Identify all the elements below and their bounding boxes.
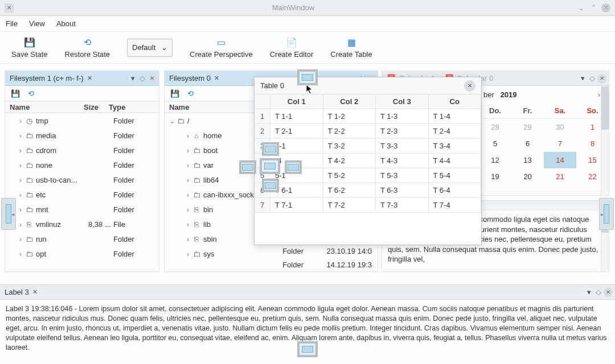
tab-menu-icon[interactable]: ▾ — [585, 288, 593, 296]
dock-target-bottom[interactable] — [297, 341, 318, 357]
create-perspective-button[interactable]: ▭ Create Perspective — [190, 37, 253, 59]
close-pane-icon[interactable]: ✕ — [604, 288, 613, 297]
expand-icon[interactable]: › — [17, 117, 24, 125]
save-state-button[interactable]: 💾 Save State — [11, 37, 48, 59]
restore-state-button[interactable]: ⟲ Restore State — [65, 37, 110, 59]
expand-icon[interactable]: › — [17, 176, 24, 184]
table-row-header[interactable]: 2 — [255, 124, 270, 139]
create-table-button[interactable]: ▦ Create Table — [330, 37, 372, 59]
close-tab-icon[interactable]: ✕ — [214, 75, 219, 82]
save-icon[interactable]: 💾 — [170, 89, 179, 98]
table-header-cell[interactable]: Col 1 — [270, 94, 323, 109]
tree-row[interactable]: ›🗀noneFolder — [5, 158, 159, 172]
expand-icon[interactable]: › — [17, 235, 24, 243]
tree-row[interactable]: ›🗀cdromFolder — [5, 143, 159, 158]
tree-row[interactable]: ›🗀mntFolder — [5, 202, 159, 217]
maximize-icon[interactable]: ⌃ — [589, 3, 598, 13]
table-cell[interactable]: T 5-3 — [376, 168, 429, 183]
expand-icon[interactable]: › — [17, 131, 24, 140]
save-icon[interactable]: 💾 — [11, 89, 20, 98]
window-menu-icon[interactable]: ✕ — [5, 3, 14, 13]
tab-filesystem-0[interactable]: Filesystem 0 ✕ — [165, 71, 224, 85]
expand-icon[interactable]: › — [17, 205, 24, 214]
menu-file[interactable]: File — [6, 19, 18, 28]
expand-icon[interactable]: › — [17, 146, 24, 155]
collapse-icon[interactable]: ⌄ — [168, 117, 176, 125]
table-row-header[interactable]: 7 — [255, 198, 270, 213]
table-cell[interactable]: T 1-1 — [270, 109, 323, 124]
table-header-cell[interactable]: Col 2 — [323, 94, 376, 109]
table-cell[interactable]: T 3-4 — [429, 139, 482, 154]
close-pane-icon[interactable]: ✕ — [597, 74, 606, 83]
table-cell[interactable]: T 1-2 — [323, 109, 376, 124]
pin-icon[interactable]: ◇ — [587, 74, 597, 82]
scrollbar[interactable] — [601, 86, 609, 195]
create-editor-button[interactable]: 📄 Create Editor — [270, 37, 314, 59]
table-cell[interactable]: T 5-2 — [323, 168, 376, 183]
calendar-day[interactable]: 29 — [511, 119, 544, 135]
tree-row[interactable]: ›⎘vmlinuz8,38 ...File — [5, 217, 159, 231]
table-cell[interactable]: T 7-1 — [270, 198, 323, 213]
expand-icon[interactable]: › — [184, 220, 192, 229]
expand-icon[interactable]: › — [184, 161, 192, 169]
calendar-day[interactable]: 14 — [544, 152, 576, 168]
calendar-day[interactable]: 21 — [544, 168, 576, 185]
dock-side-handle-left[interactable]: ◂ — [1, 198, 16, 230]
table-cell[interactable]: T 4-2 — [323, 154, 376, 168]
menu-view[interactable]: View — [29, 19, 45, 28]
close-tab-icon[interactable]: ✕ — [87, 75, 92, 82]
table-cell[interactable]: T 3-3 — [376, 139, 429, 154]
tab-filesystem-1[interactable]: Filesystem 1 (c+ m- f-) ✕ — [5, 71, 97, 85]
table-cell[interactable]: T 5-4 — [429, 168, 482, 183]
tree-row[interactable]: ›🗀optFolder — [5, 246, 159, 261]
tree-row[interactable]: ›◷tmpFolder — [5, 113, 159, 128]
dock-side-handle-right[interactable]: ▸ — [599, 198, 614, 230]
table-header-cell[interactable]: Col 3 — [376, 94, 429, 109]
table-cell[interactable]: T 6-3 — [376, 183, 429, 198]
table-cell[interactable]: T 2-2 — [323, 124, 376, 139]
calendar-day[interactable]: 7 — [544, 135, 576, 152]
calendar-day[interactable]: 19 — [479, 168, 511, 185]
history-icon[interactable]: ⟲ — [28, 89, 34, 98]
close-pane-icon[interactable]: ✕ — [147, 74, 157, 83]
table-row-header[interactable]: 1 — [255, 109, 270, 124]
tab-menu-icon[interactable]: ▾ — [129, 74, 137, 82]
table-cell[interactable]: T 4-4 — [429, 154, 482, 168]
calendar-day[interactable]: 13 — [511, 152, 544, 168]
expand-icon[interactable]: › — [17, 161, 24, 169]
table-cell[interactable]: T 1-4 — [429, 109, 482, 124]
expand-icon[interactable]: › — [184, 146, 192, 155]
table-cell[interactable]: T 2-3 — [376, 124, 429, 139]
table-header-cell[interactable]: Co — [429, 94, 482, 109]
expand-icon[interactable]: › — [184, 191, 192, 199]
table-cell[interactable]: T 2-1 — [270, 124, 323, 139]
pin-icon[interactable]: ◇ — [137, 74, 147, 82]
expand-icon[interactable]: › — [17, 191, 24, 199]
expand-icon[interactable]: › — [17, 220, 24, 229]
expand-icon[interactable]: › — [184, 176, 192, 184]
table-cell[interactable]: T 7-4 — [429, 198, 482, 213]
expand-icon[interactable]: › — [184, 131, 192, 140]
tab-menu-icon[interactable]: ▾ — [579, 74, 587, 82]
expand-icon[interactable]: › — [184, 235, 192, 243]
popup-titlebar[interactable]: Table 0 ✕ — [255, 77, 481, 94]
minimize-icon[interactable]: ⌄ — [576, 3, 585, 13]
calendar-day[interactable]: 12 — [479, 152, 511, 168]
expand-icon[interactable]: › — [184, 205, 192, 214]
tab-label-3[interactable]: Label 3 ✕ — [0, 285, 42, 299]
table-cell[interactable]: T 2-4 — [429, 124, 482, 139]
calendar-day[interactable]: 30 — [544, 119, 576, 135]
calendar-day[interactable]: 28 — [479, 119, 511, 135]
table-cell[interactable]: T 1-3 — [376, 109, 429, 124]
close-icon[interactable]: ✕ — [601, 3, 610, 13]
expand-icon[interactable]: › — [17, 250, 24, 258]
table-header-cell[interactable] — [255, 94, 270, 109]
calendar-day[interactable]: 5 — [479, 135, 511, 152]
calendar-day[interactable]: 20 — [511, 168, 544, 185]
table-cell[interactable]: T 3-2 — [323, 139, 376, 154]
calendar-day[interactable]: 6 — [511, 135, 544, 152]
close-icon[interactable]: ✕ — [464, 80, 475, 92]
tree-row[interactable]: ›🗀mediaFolder — [5, 128, 159, 143]
expand-icon[interactable]: › — [184, 250, 192, 258]
table-cell[interactable]: T 7-3 — [376, 198, 429, 213]
